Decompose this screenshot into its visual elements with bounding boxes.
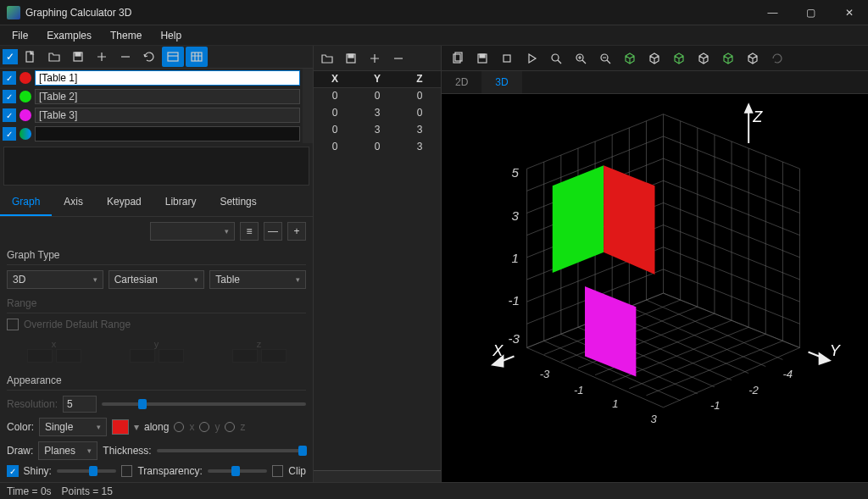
minimize-button[interactable]: —: [754, 0, 792, 25]
table-color-swatch[interactable]: [19, 109, 31, 121]
cube-view-6-button[interactable]: [742, 48, 764, 69]
table-checkbox[interactable]: ✓: [3, 108, 16, 122]
left-panel: ✓ ✓ ✓ [Table 2]: [0, 46, 314, 482]
menu-theme[interactable]: Theme: [102, 27, 150, 44]
draw-mode-combo[interactable]: Planes▾: [38, 441, 97, 460]
override-range-label: Override Default Range: [24, 319, 131, 330]
range-heading: Range: [7, 294, 306, 313]
new-file-button[interactable]: [19, 47, 42, 67]
table-row: ✓ [Table 2]: [0, 87, 303, 106]
view-mode-2-button[interactable]: [186, 47, 208, 67]
zoom-fit-button[interactable]: [545, 48, 567, 69]
table-name-label[interactable]: [35, 126, 300, 141]
coord-system-combo[interactable]: Cartesian▾: [108, 270, 205, 289]
close-button[interactable]: ✕: [830, 0, 868, 25]
data-table-header: X Y Z: [314, 71, 441, 88]
svg-text:3: 3: [511, 208, 519, 223]
table-checkbox[interactable]: ✓: [3, 90, 16, 103]
shiny-slider[interactable]: [57, 469, 116, 473]
zoom-in-button[interactable]: [570, 48, 592, 69]
table-color-swatch[interactable]: [19, 91, 31, 103]
clip-checkbox[interactable]: [272, 465, 284, 477]
open-file-button[interactable]: [43, 47, 65, 67]
table-list-scrollbar[interactable]: [303, 69, 313, 143]
cube-view-3-button[interactable]: [668, 48, 690, 69]
color-swatch[interactable]: [112, 419, 129, 435]
color-mode-combo[interactable]: Single▾: [39, 418, 107, 436]
view-tabs: 2D 3D: [442, 71, 868, 94]
svg-marker-73: [820, 353, 830, 363]
cube-view-1-button[interactable]: [619, 48, 641, 69]
svg-rect-2: [75, 53, 81, 56]
data-add-button[interactable]: [364, 48, 386, 69]
expression-box[interactable]: [3, 147, 309, 186]
table-name-label[interactable]: [Table 3]: [35, 108, 300, 123]
transparency-checkbox[interactable]: [121, 465, 133, 477]
preset-add-button[interactable]: +: [287, 222, 306, 241]
menu-examples[interactable]: Examples: [38, 27, 100, 44]
svg-rect-10: [480, 54, 485, 58]
table-checkbox[interactable]: ✓: [3, 71, 16, 85]
clip-label: Clip: [288, 465, 306, 477]
menu-help[interactable]: Help: [152, 27, 190, 44]
view-mode-1-button[interactable]: [162, 47, 184, 67]
save-image-button[interactable]: [471, 48, 493, 69]
preset-list-button[interactable]: ≡: [240, 222, 259, 241]
along-y-radio[interactable]: [199, 422, 209, 432]
remove-button[interactable]: [114, 47, 136, 67]
viewport-3d[interactable]: Z X Y 5 3 1 -1 -3 -3 -1 1 3 -4 -2 -1: [442, 94, 868, 482]
along-z-radio[interactable]: [225, 422, 235, 432]
table-color-swatch[interactable]: [19, 128, 31, 140]
tab-settings[interactable]: Settings: [208, 189, 268, 216]
shiny-checkbox[interactable]: ✓: [7, 465, 19, 477]
title-bar: Graphing Calculator 3D — ▢ ✕: [0, 0, 868, 25]
add-button[interactable]: [91, 47, 113, 67]
table-name-label[interactable]: [Table 2]: [35, 89, 300, 104]
data-row[interactable]: 000: [314, 88, 441, 105]
transparency-slider[interactable]: [208, 469, 267, 473]
tab-graph[interactable]: Graph: [0, 189, 52, 216]
table-color-swatch[interactable]: [19, 72, 31, 84]
view-tab-2d[interactable]: 2D: [442, 71, 481, 93]
app-title: Graphing Calculator 3D: [25, 7, 754, 19]
thickness-slider[interactable]: [157, 449, 306, 452]
table-name-input[interactable]: [35, 70, 300, 86]
mode-combo[interactable]: Table▾: [209, 270, 306, 289]
table-checkbox[interactable]: ✓: [3, 127, 16, 141]
data-panel: X Y Z 000 030 033 003: [314, 46, 442, 482]
along-x-radio[interactable]: [174, 422, 184, 432]
menu-file[interactable]: File: [3, 27, 36, 44]
play-button[interactable]: [520, 48, 542, 69]
col-y[interactable]: Y: [356, 71, 398, 87]
cube-view-4-button[interactable]: [693, 48, 715, 69]
graph-type-heading: Graph Type: [7, 246, 306, 265]
data-save-button[interactable]: [340, 48, 362, 69]
preset-remove-button[interactable]: —: [264, 222, 282, 241]
tab-axis[interactable]: Axis: [52, 189, 95, 216]
zoom-out-button[interactable]: [594, 48, 616, 69]
refresh-button[interactable]: [138, 47, 160, 67]
tab-keypad[interactable]: Keypad: [95, 189, 153, 216]
maximize-button[interactable]: ▢: [792, 0, 830, 25]
data-remove-button[interactable]: [387, 48, 409, 69]
preset-combo[interactable]: ▾: [150, 222, 235, 241]
stop-button[interactable]: [496, 48, 518, 69]
col-x[interactable]: X: [314, 71, 356, 87]
data-row[interactable]: 030: [314, 105, 441, 122]
col-z[interactable]: Z: [398, 71, 441, 87]
data-row[interactable]: 003: [314, 139, 441, 156]
dimension-combo[interactable]: 3D▾: [7, 270, 103, 289]
cube-view-2-button[interactable]: [643, 48, 665, 69]
rotate-button[interactable]: [766, 48, 788, 69]
cube-view-5-button[interactable]: [717, 48, 739, 69]
svg-text:-1: -1: [710, 399, 721, 412]
data-row[interactable]: 033: [314, 122, 441, 139]
toggle-all-checkbox[interactable]: ✓: [3, 49, 18, 64]
data-open-button[interactable]: [316, 48, 338, 69]
data-scrollbar[interactable]: [314, 470, 441, 482]
view-tab-3d[interactable]: 3D: [481, 71, 521, 93]
save-button[interactable]: [67, 47, 89, 67]
svg-text:1: 1: [612, 397, 618, 410]
tab-library[interactable]: Library: [153, 189, 209, 216]
copy-icon[interactable]: [447, 48, 469, 69]
